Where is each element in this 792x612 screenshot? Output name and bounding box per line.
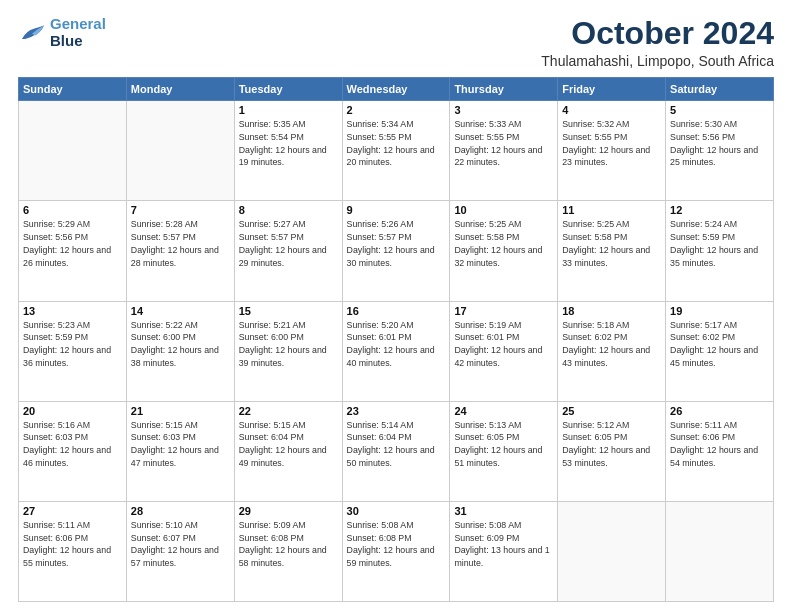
- table-row: 30Sunrise: 5:08 AM Sunset: 6:08 PM Dayli…: [342, 501, 450, 601]
- col-saturday: Saturday: [666, 78, 774, 101]
- day-number: 31: [454, 505, 553, 517]
- day-number: 30: [347, 505, 446, 517]
- table-row: 31Sunrise: 5:08 AM Sunset: 6:09 PM Dayli…: [450, 501, 558, 601]
- logo: General Blue: [18, 16, 106, 49]
- day-number: 24: [454, 405, 553, 417]
- day-number: 13: [23, 305, 122, 317]
- table-row: 21Sunrise: 5:15 AM Sunset: 6:03 PM Dayli…: [126, 401, 234, 501]
- day-number: 1: [239, 104, 338, 116]
- day-number: 11: [562, 204, 661, 216]
- day-info: Sunrise: 5:34 AM Sunset: 5:55 PM Dayligh…: [347, 118, 446, 169]
- calendar-week-row: 27Sunrise: 5:11 AM Sunset: 6:06 PM Dayli…: [19, 501, 774, 601]
- day-number: 20: [23, 405, 122, 417]
- day-info: Sunrise: 5:09 AM Sunset: 6:08 PM Dayligh…: [239, 519, 338, 570]
- table-row: 2Sunrise: 5:34 AM Sunset: 5:55 PM Daylig…: [342, 101, 450, 201]
- day-info: Sunrise: 5:13 AM Sunset: 6:05 PM Dayligh…: [454, 419, 553, 470]
- day-info: Sunrise: 5:28 AM Sunset: 5:57 PM Dayligh…: [131, 218, 230, 269]
- logo-icon: [18, 22, 46, 44]
- table-row: 6Sunrise: 5:29 AM Sunset: 5:56 PM Daylig…: [19, 201, 127, 301]
- logo-text: General Blue: [50, 16, 106, 49]
- calendar-week-row: 20Sunrise: 5:16 AM Sunset: 6:03 PM Dayli…: [19, 401, 774, 501]
- table-row: 22Sunrise: 5:15 AM Sunset: 6:04 PM Dayli…: [234, 401, 342, 501]
- day-info: Sunrise: 5:35 AM Sunset: 5:54 PM Dayligh…: [239, 118, 338, 169]
- title-block: October 2024 Thulamahashi, Limpopo, Sout…: [541, 16, 774, 69]
- day-number: 23: [347, 405, 446, 417]
- table-row: 19Sunrise: 5:17 AM Sunset: 6:02 PM Dayli…: [666, 301, 774, 401]
- table-row: 27Sunrise: 5:11 AM Sunset: 6:06 PM Dayli…: [19, 501, 127, 601]
- day-number: 15: [239, 305, 338, 317]
- table-row: 14Sunrise: 5:22 AM Sunset: 6:00 PM Dayli…: [126, 301, 234, 401]
- day-info: Sunrise: 5:25 AM Sunset: 5:58 PM Dayligh…: [454, 218, 553, 269]
- table-row: 24Sunrise: 5:13 AM Sunset: 6:05 PM Dayli…: [450, 401, 558, 501]
- col-sunday: Sunday: [19, 78, 127, 101]
- day-info: Sunrise: 5:26 AM Sunset: 5:57 PM Dayligh…: [347, 218, 446, 269]
- day-number: 5: [670, 104, 769, 116]
- day-info: Sunrise: 5:15 AM Sunset: 6:03 PM Dayligh…: [131, 419, 230, 470]
- day-number: 28: [131, 505, 230, 517]
- day-info: Sunrise: 5:27 AM Sunset: 5:57 PM Dayligh…: [239, 218, 338, 269]
- table-row: [126, 101, 234, 201]
- day-info: Sunrise: 5:33 AM Sunset: 5:55 PM Dayligh…: [454, 118, 553, 169]
- day-info: Sunrise: 5:10 AM Sunset: 6:07 PM Dayligh…: [131, 519, 230, 570]
- day-number: 19: [670, 305, 769, 317]
- table-row: 18Sunrise: 5:18 AM Sunset: 6:02 PM Dayli…: [558, 301, 666, 401]
- calendar-header-row: Sunday Monday Tuesday Wednesday Thursday…: [19, 78, 774, 101]
- day-number: 3: [454, 104, 553, 116]
- day-info: Sunrise: 5:21 AM Sunset: 6:00 PM Dayligh…: [239, 319, 338, 370]
- calendar-week-row: 1Sunrise: 5:35 AM Sunset: 5:54 PM Daylig…: [19, 101, 774, 201]
- day-number: 14: [131, 305, 230, 317]
- table-row: 11Sunrise: 5:25 AM Sunset: 5:58 PM Dayli…: [558, 201, 666, 301]
- table-row: 15Sunrise: 5:21 AM Sunset: 6:00 PM Dayli…: [234, 301, 342, 401]
- day-info: Sunrise: 5:19 AM Sunset: 6:01 PM Dayligh…: [454, 319, 553, 370]
- day-number: 9: [347, 204, 446, 216]
- day-number: 7: [131, 204, 230, 216]
- table-row: 3Sunrise: 5:33 AM Sunset: 5:55 PM Daylig…: [450, 101, 558, 201]
- table-row: [558, 501, 666, 601]
- table-row: 28Sunrise: 5:10 AM Sunset: 6:07 PM Dayli…: [126, 501, 234, 601]
- day-number: 12: [670, 204, 769, 216]
- col-friday: Friday: [558, 78, 666, 101]
- day-info: Sunrise: 5:20 AM Sunset: 6:01 PM Dayligh…: [347, 319, 446, 370]
- logo-line2: Blue: [50, 33, 106, 50]
- calendar-table: Sunday Monday Tuesday Wednesday Thursday…: [18, 77, 774, 602]
- day-number: 27: [23, 505, 122, 517]
- day-info: Sunrise: 5:14 AM Sunset: 6:04 PM Dayligh…: [347, 419, 446, 470]
- day-info: Sunrise: 5:11 AM Sunset: 6:06 PM Dayligh…: [23, 519, 122, 570]
- day-number: 26: [670, 405, 769, 417]
- day-number: 21: [131, 405, 230, 417]
- col-thursday: Thursday: [450, 78, 558, 101]
- table-row: 13Sunrise: 5:23 AM Sunset: 5:59 PM Dayli…: [19, 301, 127, 401]
- day-info: Sunrise: 5:32 AM Sunset: 5:55 PM Dayligh…: [562, 118, 661, 169]
- day-info: Sunrise: 5:11 AM Sunset: 6:06 PM Dayligh…: [670, 419, 769, 470]
- table-row: 10Sunrise: 5:25 AM Sunset: 5:58 PM Dayli…: [450, 201, 558, 301]
- table-row: 16Sunrise: 5:20 AM Sunset: 6:01 PM Dayli…: [342, 301, 450, 401]
- day-info: Sunrise: 5:16 AM Sunset: 6:03 PM Dayligh…: [23, 419, 122, 470]
- calendar-week-row: 13Sunrise: 5:23 AM Sunset: 5:59 PM Dayli…: [19, 301, 774, 401]
- day-info: Sunrise: 5:12 AM Sunset: 6:05 PM Dayligh…: [562, 419, 661, 470]
- table-row: 1Sunrise: 5:35 AM Sunset: 5:54 PM Daylig…: [234, 101, 342, 201]
- col-tuesday: Tuesday: [234, 78, 342, 101]
- day-number: 17: [454, 305, 553, 317]
- page: General Blue October 2024 Thulamahashi, …: [0, 0, 792, 612]
- table-row: 9Sunrise: 5:26 AM Sunset: 5:57 PM Daylig…: [342, 201, 450, 301]
- calendar-week-row: 6Sunrise: 5:29 AM Sunset: 5:56 PM Daylig…: [19, 201, 774, 301]
- col-wednesday: Wednesday: [342, 78, 450, 101]
- day-number: 8: [239, 204, 338, 216]
- table-row: [666, 501, 774, 601]
- day-info: Sunrise: 5:23 AM Sunset: 5:59 PM Dayligh…: [23, 319, 122, 370]
- day-info: Sunrise: 5:24 AM Sunset: 5:59 PM Dayligh…: [670, 218, 769, 269]
- day-info: Sunrise: 5:22 AM Sunset: 6:00 PM Dayligh…: [131, 319, 230, 370]
- day-number: 4: [562, 104, 661, 116]
- day-number: 6: [23, 204, 122, 216]
- table-row: 23Sunrise: 5:14 AM Sunset: 6:04 PM Dayli…: [342, 401, 450, 501]
- table-row: 29Sunrise: 5:09 AM Sunset: 6:08 PM Dayli…: [234, 501, 342, 601]
- day-number: 29: [239, 505, 338, 517]
- day-number: 2: [347, 104, 446, 116]
- day-info: Sunrise: 5:17 AM Sunset: 6:02 PM Dayligh…: [670, 319, 769, 370]
- table-row: 7Sunrise: 5:28 AM Sunset: 5:57 PM Daylig…: [126, 201, 234, 301]
- day-info: Sunrise: 5:30 AM Sunset: 5:56 PM Dayligh…: [670, 118, 769, 169]
- col-monday: Monday: [126, 78, 234, 101]
- day-info: Sunrise: 5:29 AM Sunset: 5:56 PM Dayligh…: [23, 218, 122, 269]
- table-row: 8Sunrise: 5:27 AM Sunset: 5:57 PM Daylig…: [234, 201, 342, 301]
- table-row: 12Sunrise: 5:24 AM Sunset: 5:59 PM Dayli…: [666, 201, 774, 301]
